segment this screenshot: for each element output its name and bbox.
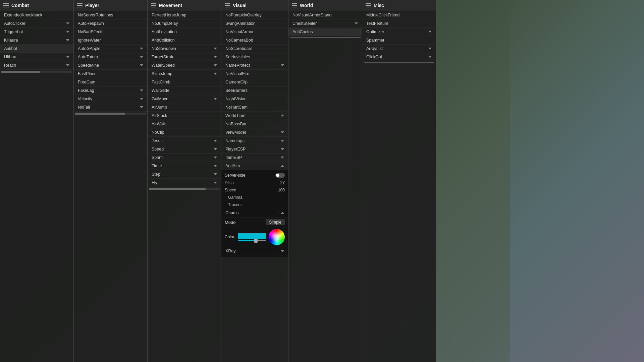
list-item[interactable]: NoHurtCam <box>221 103 288 112</box>
list-item[interactable]: NoSlowdown <box>148 45 221 53</box>
list-item[interactable]: NoJumpDelay <box>148 19 221 28</box>
list-item[interactable]: Reach <box>0 61 73 70</box>
list-item[interactable]: Velocity <box>74 95 147 103</box>
list-item[interactable]: AutoClicker <box>0 19 73 28</box>
list-item[interactable]: AntiAim <box>221 162 288 170</box>
list-item[interactable]: Tracers <box>221 201 288 208</box>
scrollbar-track[interactable] <box>75 113 146 115</box>
list-item[interactable]: SwingAnimation <box>221 19 288 28</box>
list-item[interactable]: Jesus <box>148 137 221 145</box>
list-item[interactable]: AirWalk <box>148 120 221 128</box>
list-item[interactable]: Fly <box>148 179 221 187</box>
list-item[interactable]: AntiCollision <box>148 36 221 45</box>
world-header[interactable]: World <box>288 0 362 11</box>
list-item[interactable]: WaterSpeed <box>148 61 221 70</box>
list-item[interactable]: NoVisualArmor <box>221 28 288 36</box>
chams-label: Chams <box>225 210 239 215</box>
list-item[interactable]: AirJump <box>148 103 221 112</box>
color-swatch[interactable] <box>238 233 266 239</box>
list-item[interactable]: NoCameraBob <box>221 36 288 45</box>
list-item[interactable]: AutoRespawn <box>74 19 147 28</box>
list-item[interactable]: FreeCam <box>74 78 147 86</box>
list-item[interactable]: NoScoreboard <box>221 45 288 53</box>
list-item[interactable]: WorldTime <box>221 112 288 120</box>
list-item[interactable]: Step <box>148 170 221 179</box>
list-item[interactable]: IgnoreWater <box>74 36 147 45</box>
server-side-toggle[interactable] <box>275 173 285 178</box>
list-item[interactable]: NoClip <box>148 128 221 137</box>
list-item[interactable]: ItemESP <box>221 154 288 162</box>
movement-panel: Movement PerfectHorseJump NoJumpDelay An… <box>148 0 221 362</box>
chevron-up-icon <box>281 212 284 214</box>
list-item[interactable]: AutoGApple <box>74 45 147 53</box>
list-item[interactable]: NoFall <box>74 103 147 112</box>
list-item[interactable]: NoBossBar <box>221 120 288 128</box>
combat-header[interactable]: Combat <box>0 0 73 11</box>
list-item[interactable]: Triggerbot <box>0 28 73 36</box>
list-item[interactable]: FakeLag <box>74 86 147 95</box>
list-item[interactable]: NoPumpkinOverlay <box>221 11 288 19</box>
scrollbar-track[interactable] <box>149 188 220 190</box>
list-item[interactable]: GuiMove <box>148 95 221 103</box>
panels-container: Combat ExtendedKnockback AutoClicker Tri… <box>0 0 436 362</box>
list-item[interactable]: NoVisualArmorStand <box>288 11 362 19</box>
chams-item[interactable]: Chams + <box>221 208 288 218</box>
chevron-down-icon <box>214 64 217 66</box>
list-item[interactable]: Nametags <box>221 137 288 145</box>
list-item[interactable]: AntiLevitation <box>148 28 221 36</box>
list-item[interactable]: Killaura <box>0 36 73 45</box>
list-item[interactable]: NoBadEffects <box>74 28 147 36</box>
list-item[interactable]: AntiCactus <box>288 28 362 36</box>
list-item[interactable]: Sprint <box>148 154 221 162</box>
chevron-down-icon <box>214 157 217 159</box>
list-item[interactable]: MiddleClickFriend <box>362 11 436 19</box>
chevron-down-icon <box>66 39 69 41</box>
list-item[interactable]: AirStuck <box>148 112 221 120</box>
misc-header[interactable]: Misc <box>362 0 436 11</box>
list-item[interactable]: SpeedMine <box>74 61 147 70</box>
chevron-down-icon <box>428 48 432 50</box>
misc-menu-icon <box>366 3 371 7</box>
list-item[interactable]: Speed <box>148 145 221 154</box>
pitch-row: Pitch -27 <box>221 179 288 186</box>
combat-menu-icon <box>3 3 9 7</box>
list-item[interactable]: FastPlace <box>74 70 147 78</box>
list-item[interactable]: SeeInvisibles <box>221 53 288 61</box>
list-item[interactable]: NameProtect <box>221 61 288 70</box>
list-item[interactable]: CameraClip <box>221 78 288 86</box>
list-item[interactable]: SeeBarriers <box>221 86 288 95</box>
list-item[interactable]: ArrayList <box>362 45 436 53</box>
world-menu-icon <box>292 3 297 7</box>
movement-header[interactable]: Movement <box>148 0 221 11</box>
list-item[interactable]: Hitbox <box>0 53 73 61</box>
list-item[interactable]: PlayerESP <box>221 145 288 154</box>
list-item[interactable]: ViewModel <box>221 128 288 137</box>
player-header[interactable]: Player <box>74 0 147 11</box>
list-item[interactable]: NightVision <box>221 95 288 103</box>
list-item[interactable]: PerfectHorseJump <box>148 11 221 19</box>
list-item[interactable]: FastClimb <box>148 78 221 86</box>
list-item[interactable]: ChestStealer <box>288 19 362 28</box>
scrollbar-track[interactable] <box>1 71 72 73</box>
list-item[interactable]: AutoTotem <box>74 53 147 61</box>
chevron-down-icon <box>214 98 217 100</box>
color-slider[interactable] <box>238 240 266 241</box>
list-item[interactable]: ClickGui <box>362 53 436 61</box>
visual-header[interactable]: Visual <box>221 0 288 11</box>
list-item[interactable]: Gamma <box>221 194 288 201</box>
list-item[interactable]: TargetStrafe <box>148 53 221 61</box>
list-item[interactable]: WallGlide <box>148 86 221 95</box>
list-item[interactable]: ExtendedKnockback <box>0 11 73 19</box>
list-item[interactable]: TestFeature <box>362 19 436 28</box>
list-item[interactable]: Optimizer <box>362 28 436 36</box>
color-wheel[interactable] <box>269 229 285 245</box>
xray-item[interactable]: XRay <box>221 247 288 255</box>
list-item[interactable]: NoVisualFire <box>221 70 288 78</box>
mode-value[interactable]: Simple <box>266 219 285 225</box>
list-item[interactable]: Timer <box>148 162 221 170</box>
chevron-down-icon <box>140 48 143 50</box>
list-item[interactable]: Antibot <box>0 45 73 53</box>
list-item[interactable]: Spammer <box>362 36 436 45</box>
list-item[interactable]: NoServerRotations <box>74 11 147 19</box>
list-item[interactable]: SlimeJump <box>148 70 221 78</box>
